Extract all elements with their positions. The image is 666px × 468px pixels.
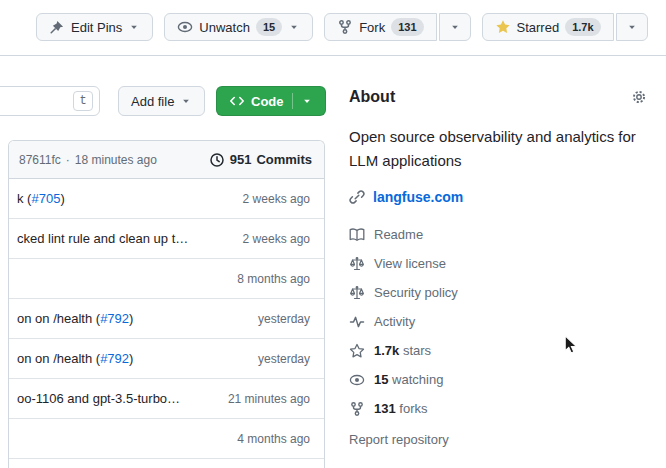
about-item-label: 15 watching: [374, 372, 443, 387]
edit-pins-label: Edit Pins: [71, 20, 122, 35]
commits-count-label: Commits: [256, 152, 312, 167]
law-icon: [349, 256, 365, 272]
commit-age: yesterday: [248, 352, 310, 366]
code-button[interactable]: Code: [216, 86, 326, 116]
repo-website-row: langfuse.com: [349, 189, 657, 205]
readme-link[interactable]: Readme: [349, 220, 657, 249]
about-title: About: [349, 88, 657, 106]
table-row[interactable]: cked lint rule and clean up t… 2 weeks a…: [9, 219, 324, 259]
commit-hash[interactable]: 87611fc: [19, 153, 61, 167]
commit-message-text: on on /health (: [17, 311, 100, 326]
gear-icon[interactable]: [631, 89, 647, 105]
issue-link[interactable]: #792: [100, 311, 129, 326]
table-row[interactable]: k (#705) 2 weeks ago: [9, 179, 324, 219]
issue-link[interactable]: #792: [100, 351, 129, 366]
commit-age: 21 minutes ago: [218, 392, 310, 406]
commit-message-text: cked lint rule and clean up t…: [17, 231, 188, 246]
table-row[interactable]: oo-1106 and gpt-3.5-turbo… 21 minutes ag…: [9, 379, 324, 419]
eye-icon: [349, 372, 365, 388]
commit-separator: ·: [66, 153, 70, 167]
table-row[interactable]: 4 months ago: [9, 419, 324, 459]
fork-button[interactable]: Fork 131: [324, 13, 436, 41]
history-icon: [209, 152, 225, 168]
chevron-down-icon: [180, 95, 192, 107]
repo-action-toolbar: Edit Pins Unwatch 15 Fork 131: [36, 13, 648, 41]
commit-message: on on /health (#792): [17, 351, 133, 366]
code-label: Code: [251, 94, 284, 109]
file-browser-table: 87611fc · 18 minutes ago 951 Commits k (…: [8, 140, 325, 468]
starred-label: Starred: [517, 20, 560, 35]
book-icon: [349, 227, 365, 243]
commit-time: 18 minutes ago: [75, 153, 157, 167]
pulse-icon: [349, 314, 365, 330]
pin-icon: [49, 19, 65, 35]
github-repo-page: Edit Pins Unwatch 15 Fork 131: [0, 0, 666, 468]
watching-link[interactable]: 15 watching: [349, 365, 657, 394]
goto-shortcut-key: t: [73, 91, 93, 111]
go-to-file-input[interactable]: t: [0, 86, 100, 116]
fork-label: Fork: [359, 20, 385, 35]
star-filled-icon: [495, 19, 511, 35]
code-icon: [229, 93, 245, 109]
star-icon: [349, 343, 365, 359]
forks-count-badge: 131: [391, 18, 423, 36]
security-policy-link[interactable]: Security policy: [349, 278, 657, 307]
stars-link[interactable]: 1.7k stars: [349, 336, 657, 365]
table-row[interactable]: on on /health (#792) yesterday: [9, 339, 324, 379]
eye-icon: [177, 19, 193, 35]
commit-message-text: oo-1106 and gpt-3.5-turbo…: [17, 391, 180, 406]
commit-message: oo-1106 and gpt-3.5-turbo…: [17, 391, 180, 406]
about-item-label: Activity: [374, 314, 415, 329]
fork-button-group: Fork 131: [324, 13, 470, 41]
add-file-label: Add file: [131, 94, 174, 109]
view-license-link[interactable]: View license: [349, 249, 657, 278]
about-item-label: Readme: [374, 227, 423, 242]
link-icon: [349, 189, 365, 205]
commit-age: 2 weeks ago: [233, 232, 310, 246]
about-sidebar: About Open source observability and anal…: [349, 88, 657, 447]
forks-link[interactable]: 131 forks: [349, 394, 657, 423]
about-links-list: Readme View license Security policy Acti…: [349, 220, 657, 423]
about-item-label: 1.7k stars: [374, 343, 431, 358]
unwatch-label: Unwatch: [199, 20, 250, 35]
unwatch-button[interactable]: Unwatch 15: [164, 13, 313, 41]
report-repository-link[interactable]: Report repository: [349, 432, 657, 447]
chevron-down-icon: [626, 21, 638, 33]
commits-count: 951: [230, 152, 252, 167]
edit-pins-button[interactable]: Edit Pins: [36, 13, 153, 41]
header-divider: [0, 55, 666, 56]
chevron-down-icon: [288, 21, 300, 33]
about-item-label: View license: [374, 256, 446, 271]
repo-description: Open source observability and analytics …: [349, 125, 654, 173]
chevron-down-icon: [301, 95, 313, 107]
code-button-divider: [292, 93, 293, 109]
issue-link[interactable]: #705: [31, 191, 60, 206]
star-dropdown-button[interactable]: [616, 13, 648, 41]
about-item-label: Security policy: [374, 285, 458, 300]
commit-message: cked lint rule and clean up t…: [17, 231, 188, 246]
latest-commit-bar: 87611fc · 18 minutes ago 951 Commits: [9, 141, 324, 179]
law-icon: [349, 285, 365, 301]
about-item-label: 131 forks: [374, 401, 428, 416]
commits-history-link[interactable]: 951 Commits: [209, 152, 312, 168]
table-row[interactable]: 8 months ago: [9, 259, 324, 299]
commit-message-text: on on /health (: [17, 351, 100, 366]
star-button-group: Starred 1.7k: [482, 13, 648, 41]
commit-message: on on /health (#792): [17, 311, 133, 326]
chevron-down-icon: [449, 21, 461, 33]
starred-button[interactable]: Starred 1.7k: [482, 13, 614, 41]
fork-icon: [337, 19, 353, 35]
commit-message: k (#705): [17, 191, 65, 206]
commit-age: yesterday: [248, 312, 310, 326]
fork-dropdown-button[interactable]: [439, 13, 471, 41]
commit-message-suffix: ): [129, 311, 133, 326]
commit-age: 4 months ago: [227, 432, 310, 446]
website-link[interactable]: langfuse.com: [373, 189, 463, 205]
commit-message-suffix: ): [129, 351, 133, 366]
commit-message-text: k (: [17, 191, 31, 206]
stars-count-badge: 1.7k: [565, 18, 600, 36]
table-row[interactable]: on on /health (#792) yesterday: [9, 299, 324, 339]
add-file-button[interactable]: Add file: [118, 86, 205, 116]
commit-age: 8 months ago: [227, 272, 310, 286]
activity-link[interactable]: Activity: [349, 307, 657, 336]
